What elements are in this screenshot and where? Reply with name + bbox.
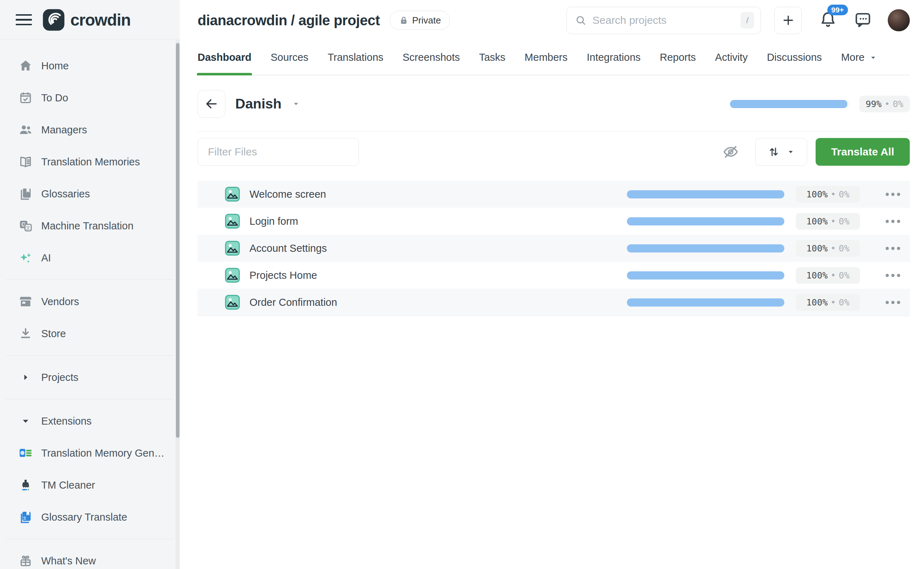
language-header: Danish 99% • 0% (197, 90, 910, 132)
tab-tasks[interactable]: Tasks (479, 52, 505, 75)
chevron-down-icon (291, 99, 300, 108)
translate-all-button[interactable]: Translate All (816, 138, 910, 166)
file-context-menu-button[interactable] (883, 193, 903, 196)
file-name[interactable]: Account Settings (249, 242, 327, 254)
file-row-progress: 100% • 0% (627, 240, 903, 257)
sidebar-item-store[interactable]: Store (0, 318, 180, 350)
sort-arrows-icon (767, 146, 780, 158)
sidebar-item-label: Glossary Translate (41, 511, 127, 523)
sidebar-item-managers[interactable]: Managers (0, 114, 180, 146)
home-icon (18, 58, 33, 74)
file-progress-fill (627, 217, 784, 225)
sort-button[interactable] (755, 138, 807, 166)
tab-integrations[interactable]: Integrations (587, 52, 641, 75)
file-row[interactable]: Order Confirmation 100% • 0% (197, 289, 910, 316)
crowdin-logo[interactable]: crowdin (42, 8, 130, 32)
tab-more[interactable]: More (841, 52, 877, 75)
chevron-down-icon (869, 53, 877, 62)
file-context-menu-button[interactable] (883, 301, 903, 304)
file-row[interactable]: Projects Home 100% • 0% (197, 262, 910, 289)
crowdin-project-page: crowdin Home To Do Managers (0, 0, 924, 569)
sidebar-item-label: Machine Translation (41, 220, 134, 232)
tab-reports[interactable]: Reports (660, 52, 696, 75)
filter-files-input[interactable] (197, 138, 359, 166)
sidebar-nav: Home To Do Managers Translation Memories (0, 40, 180, 569)
image-file-icon (225, 240, 240, 256)
svg-text:文: 文 (26, 225, 30, 230)
sidebar-item-whats-new[interactable]: What's New (0, 545, 180, 569)
sidebar-item-vendors[interactable]: Vendors (0, 286, 180, 318)
file-name[interactable]: Welcome screen (249, 189, 326, 200)
file-progress-fill (627, 244, 784, 253)
tab-more-label: More (841, 52, 865, 63)
files-toolbar: Translate All (197, 138, 910, 166)
tab-discussions[interactable]: Discussions (767, 52, 822, 75)
search-icon (575, 14, 587, 26)
image-file-icon (225, 213, 240, 229)
sidebar-item-label: AI (41, 252, 51, 264)
tab-sources[interactable]: Sources (270, 52, 308, 75)
sidebar-item-ai[interactable]: AI (0, 242, 180, 274)
file-context-menu-button[interactable] (883, 220, 903, 223)
sidebar-item-home[interactable]: Home (0, 50, 180, 82)
todo-calendar-icon (18, 90, 33, 106)
sidebar-item-tm-generator[interactable]: Translation Memory Gene… (0, 437, 180, 469)
hamburger-menu-icon[interactable] (16, 12, 32, 28)
file-context-menu-button[interactable] (883, 274, 903, 277)
back-button[interactable] (197, 90, 225, 118)
sidebar-item-label: TM Cleaner (41, 479, 95, 491)
file-progress-fill (627, 271, 784, 280)
user-avatar[interactable] (888, 9, 910, 31)
file-progress-bar (627, 217, 784, 225)
approved-percent: 0% (839, 270, 850, 281)
file-row[interactable]: Login form 100% • 0% (197, 208, 910, 235)
managers-users-icon (18, 122, 33, 138)
sidebar-item-machine-translation[interactable]: G文 Machine Translation (0, 210, 180, 242)
translated-percent: 100% (806, 297, 828, 307)
store-download-icon (18, 326, 33, 341)
plus-icon (781, 13, 795, 27)
file-name[interactable]: Login form (249, 216, 298, 227)
file-context-menu-button[interactable] (883, 247, 903, 250)
sidebar-item-todo[interactable]: To Do (0, 82, 180, 114)
sidebar-scrollbar (176, 40, 180, 569)
sidebar-item-label: Vendors (41, 296, 79, 307)
notifications-button[interactable]: 99+ (819, 10, 837, 30)
file-name[interactable]: Order Confirmation (249, 297, 337, 308)
file-progress-bar (627, 190, 784, 198)
sidebar-item-tm-cleaner[interactable]: TM Cleaner (0, 469, 180, 501)
file-row[interactable]: Account Settings 100% • 0% (197, 235, 910, 262)
language-selector[interactable]: Danish (235, 96, 300, 112)
sidebar-item-glossary-translate[interactable]: 文 Glossary Translate (0, 501, 180, 533)
sidebar-item-label: Projects (41, 372, 79, 383)
tab-activity[interactable]: Activity (715, 52, 748, 75)
file-row-progress: 100% • 0% (627, 213, 903, 230)
file-progress-badge: 100% • 0% (796, 294, 860, 311)
sidebar-item-glossaries[interactable]: Glossaries (0, 178, 180, 210)
create-project-button[interactable] (774, 7, 802, 34)
arrow-left-icon (203, 96, 219, 112)
search-input[interactable] (592, 14, 740, 26)
tab-translations[interactable]: Translations (328, 52, 384, 75)
sidebar-scrollbar-thumb[interactable] (176, 43, 179, 438)
percent-separator: • (830, 270, 836, 281)
lock-icon (399, 15, 409, 25)
tab-dashboard[interactable]: Dashboard (197, 52, 251, 75)
tab-screenshots[interactable]: Screenshots (403, 52, 460, 75)
file-progress-bar (627, 271, 784, 280)
sidebar-item-extensions[interactable]: Extensions (0, 405, 180, 437)
svg-text:文: 文 (23, 516, 27, 520)
messages-button[interactable] (854, 10, 872, 30)
tab-members[interactable]: Members (525, 52, 567, 75)
file-name[interactable]: Projects Home (249, 269, 317, 281)
language-progress-badge: 99% • 0% (859, 96, 910, 113)
hide-completed-button[interactable] (722, 144, 739, 160)
percent-separator: • (830, 216, 836, 227)
file-list: Welcome screen 100% • 0% Login form (197, 181, 910, 316)
translation-memories-book-icon (18, 154, 33, 170)
file-row[interactable]: Welcome screen 100% • 0% (197, 181, 910, 208)
sidebar-item-projects[interactable]: Projects (0, 361, 180, 393)
percent-separator: • (885, 99, 890, 109)
main-content: dianacrowdin / agile project Private / 9… (180, 0, 924, 569)
sidebar-item-translation-memories[interactable]: Translation Memories (0, 146, 180, 178)
